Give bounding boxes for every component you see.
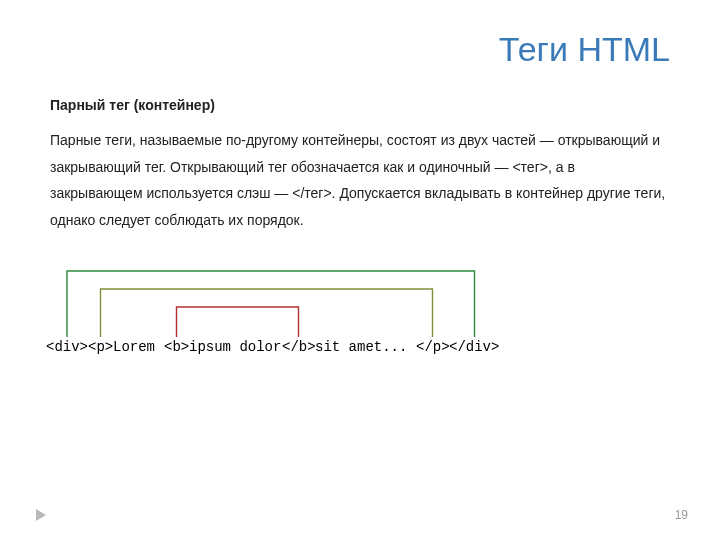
code-text-1: Lorem [113,339,163,355]
next-arrow-icon [34,508,48,522]
slide: Теги HTML Парный тег (контейнер) Парные … [0,0,720,373]
code-tag-p-close: </p> [416,339,450,355]
code-tag-b-close: </b> [282,339,316,355]
code-text-2: ipsum dolor [189,339,281,355]
page-number: 19 [675,508,688,522]
code-tag-p-open: <p> [88,339,113,355]
body-text: Парные теги, называемые по-другому конте… [50,127,670,233]
svg-text:<div>
        <p>
        Lore: <div> <p> Lorem <b> ipsum dolor </b> sit… [46,339,499,355]
page-title: Теги HTML [50,30,670,69]
svg-marker-1 [36,509,46,521]
section-subhead: Парный тег (контейнер) [50,97,670,113]
code-tag-b-open: <b> [164,339,189,355]
code-text-3: sit amet... [315,339,407,355]
code-tag-div-open: <div> [46,339,88,355]
code-tag-div-close: </div> [449,339,499,355]
nesting-diagram: <div> <p> Lorem <b> ipsum dolor </b> sit… [46,259,670,373]
